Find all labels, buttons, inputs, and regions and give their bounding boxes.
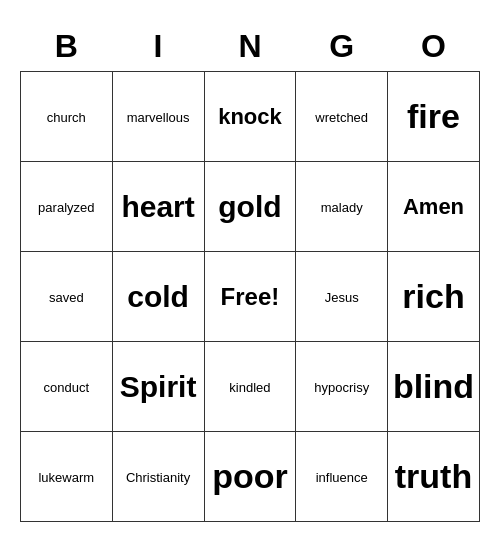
bingo-cell-text: Jesus	[325, 290, 359, 305]
bingo-cell: marvellous	[112, 72, 204, 162]
bingo-cell: rich	[388, 252, 480, 342]
bingo-cell-text: hypocrisy	[314, 380, 369, 395]
bingo-header-letter: G	[296, 22, 388, 72]
bingo-cell-text: wretched	[315, 110, 368, 125]
bingo-cell-text: influence	[316, 470, 368, 485]
bingo-cell: truth	[388, 432, 480, 522]
bingo-cell: blind	[388, 342, 480, 432]
bingo-cell-text: fire	[407, 97, 460, 135]
bingo-cell: poor	[204, 432, 296, 522]
bingo-cell: Spirit	[112, 342, 204, 432]
bingo-cell: fire	[388, 72, 480, 162]
bingo-row: paralyzedheartgoldmaladyAmen	[21, 162, 480, 252]
bingo-header-letter: B	[21, 22, 113, 72]
bingo-cell: Amen	[388, 162, 480, 252]
bingo-cell-text: poor	[212, 457, 288, 495]
bingo-cell-text: lukewarm	[38, 470, 94, 485]
bingo-cell: wretched	[296, 72, 388, 162]
bingo-cell-text: Amen	[403, 194, 464, 219]
bingo-cell-text: heart	[121, 190, 194, 223]
bingo-header-letter: I	[112, 22, 204, 72]
bingo-row: savedcoldFree!Jesusrich	[21, 252, 480, 342]
bingo-cell: heart	[112, 162, 204, 252]
bingo-cell: hypocrisy	[296, 342, 388, 432]
bingo-cell-text: church	[47, 110, 86, 125]
bingo-row: lukewarmChristianitypoorinfluencetruth	[21, 432, 480, 522]
bingo-header-letter: N	[204, 22, 296, 72]
bingo-cell-text: paralyzed	[38, 200, 94, 215]
bingo-cell: saved	[21, 252, 113, 342]
bingo-cell: conduct	[21, 342, 113, 432]
bingo-cell: influence	[296, 432, 388, 522]
bingo-cell-text: kindled	[229, 380, 270, 395]
bingo-cell: lukewarm	[21, 432, 113, 522]
bingo-cell: cold	[112, 252, 204, 342]
bingo-cell-text: malady	[321, 200, 363, 215]
bingo-card: BINGO churchmarvellousknockwretchedfirep…	[20, 22, 480, 522]
bingo-cell-text: truth	[395, 457, 472, 495]
bingo-cell-text: knock	[218, 104, 282, 129]
bingo-cell-text: Christianity	[126, 470, 190, 485]
bingo-row: conductSpiritkindledhypocrisyblind	[21, 342, 480, 432]
bingo-row: churchmarvellousknockwretchedfire	[21, 72, 480, 162]
bingo-cell-text: blind	[393, 367, 474, 405]
bingo-cell-text: conduct	[44, 380, 90, 395]
bingo-cell-text: Free!	[221, 283, 280, 310]
bingo-cell-text: gold	[218, 190, 281, 223]
bingo-cell: knock	[204, 72, 296, 162]
bingo-cell: Free!	[204, 252, 296, 342]
bingo-cell: Jesus	[296, 252, 388, 342]
bingo-header-letter: O	[388, 22, 480, 72]
bingo-cell-text: Spirit	[120, 370, 197, 403]
bingo-cell: kindled	[204, 342, 296, 432]
bingo-cell: church	[21, 72, 113, 162]
bingo-cell-text: rich	[402, 277, 464, 315]
bingo-cell: Christianity	[112, 432, 204, 522]
bingo-cell-text: cold	[127, 280, 189, 313]
bingo-cell-text: marvellous	[127, 110, 190, 125]
bingo-cell: paralyzed	[21, 162, 113, 252]
bingo-cell-text: saved	[49, 290, 84, 305]
bingo-cell: malady	[296, 162, 388, 252]
bingo-cell: gold	[204, 162, 296, 252]
